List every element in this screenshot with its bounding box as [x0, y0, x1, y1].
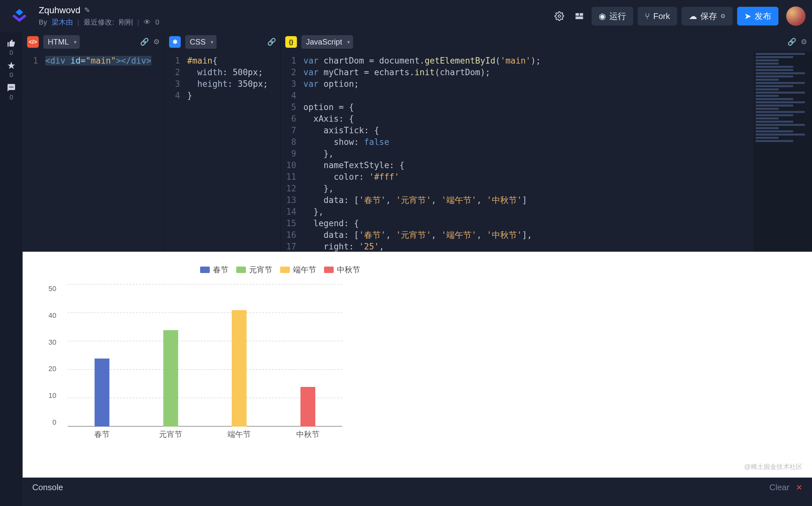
css-editor[interactable]: 1234 #main{ width: 500px; height: 350px;…	[165, 52, 280, 252]
layout-icon[interactable]	[572, 8, 587, 24]
bar-chart: 50403020100 春节元宵节端午节中秋节	[52, 284, 342, 439]
html-icon: </>	[27, 36, 39, 48]
bar[interactable]	[301, 387, 315, 427]
chevron-down-icon: ▾	[211, 39, 213, 45]
author-link[interactable]: 梁木由	[52, 17, 73, 27]
css-icon: ✱	[169, 36, 181, 48]
legend-swatch	[236, 266, 246, 273]
bar[interactable]	[163, 330, 178, 427]
star-button[interactable]: 0	[7, 61, 16, 79]
project-title: Zquhwovd	[39, 5, 80, 15]
comment-count: 0	[9, 94, 13, 101]
css-lang-select[interactable]: CSS ▾	[185, 35, 217, 49]
like-count: 0	[9, 49, 13, 57]
js-icon: {}	[285, 36, 297, 48]
close-icon[interactable]: ✕	[796, 483, 802, 492]
save-button[interactable]: ☁ 保存 ⚙	[681, 7, 733, 25]
fork-icon: ⑂	[645, 11, 650, 21]
last-modified-value: 刚刚	[119, 17, 133, 27]
svg-rect-3	[575, 16, 583, 19]
chart-legend[interactable]: 春节元宵节端午节中秋节	[200, 265, 802, 275]
gear-icon[interactable]: ⚙	[801, 38, 807, 46]
html-lang-select[interactable]: HTML ▾	[43, 35, 80, 49]
editor-panels: </> HTML ▾ 🔗 ⚙ 1 <div id="main"></div>	[22, 32, 812, 252]
chevron-down-icon: ▾	[347, 39, 350, 45]
svg-point-4	[9, 86, 10, 88]
legend-swatch	[324, 266, 334, 273]
html-panel: </> HTML ▾ 🔗 ⚙ 1 <div id="main"></div>	[22, 32, 165, 252]
console-clear-button[interactable]: Clear	[769, 483, 790, 493]
link-icon[interactable]: 🔗	[140, 38, 149, 46]
top-bar: Zquhwovd ✎ By 梁木由 | 最近修改: 刚刚 | 👁 0 ◉ 运行 …	[0, 0, 812, 32]
console-label: Console	[32, 483, 63, 493]
minimap[interactable]	[753, 52, 812, 252]
gear-icon[interactable]: ⚙	[153, 38, 160, 46]
publish-button[interactable]: ➤ 发布	[737, 7, 779, 25]
run-label: 运行	[609, 11, 626, 22]
cloud-icon: ☁	[689, 11, 697, 21]
svg-point-6	[12, 86, 13, 88]
send-icon: ➤	[744, 11, 751, 21]
console-bar[interactable]: Console Clear ✕	[22, 478, 812, 497]
legend-swatch	[200, 266, 210, 273]
legend-item[interactable]: 元宵节	[236, 265, 272, 275]
js-lang-select[interactable]: JavaScript ▾	[302, 35, 353, 49]
svg-rect-1	[575, 13, 579, 16]
link-icon[interactable]: 🔗	[267, 38, 276, 46]
css-panel: ✱ CSS ▾ 🔗 1234 #main{ width: 500px; heig…	[165, 32, 281, 252]
x-axis-label: 元宵节	[137, 429, 205, 439]
bar[interactable]	[232, 310, 247, 427]
x-axis-label: 端午节	[205, 429, 274, 439]
legend-item[interactable]: 中秋节	[324, 265, 360, 275]
svg-point-5	[11, 86, 12, 88]
views-count: 0	[155, 18, 159, 26]
title-block: Zquhwovd ✎ By 梁木由 | 最近修改: 刚刚 | 👁 0	[39, 5, 159, 27]
fork-label: Fork	[653, 11, 670, 21]
watermark: @稀土掘金技术社区	[744, 462, 802, 471]
js-panel: {} JavaScript ▾ 🔗 ⚙ 12345678910111213141…	[281, 32, 812, 252]
legend-item[interactable]: 春节	[200, 265, 229, 275]
comment-button[interactable]: 0	[7, 83, 16, 101]
js-editor[interactable]: 1234567891011121314151617 var chartDom =…	[281, 52, 812, 252]
html-lang-label: HTML	[48, 37, 69, 47]
css-lang-label: CSS	[190, 37, 206, 47]
play-icon: ◉	[599, 11, 606, 21]
settings-icon[interactable]	[552, 8, 567, 24]
by-label: By	[39, 18, 47, 26]
html-editor[interactable]: 1 <div id="main"></div>	[22, 52, 164, 252]
save-label: 保存	[700, 11, 717, 22]
legend-label: 春节	[213, 265, 229, 275]
publish-label: 发布	[754, 11, 772, 22]
legend-label: 中秋节	[337, 265, 360, 275]
avatar[interactable]	[786, 6, 806, 26]
legend-label: 元宵节	[249, 265, 272, 275]
svg-rect-2	[580, 13, 583, 16]
legend-label: 端午节	[293, 265, 316, 275]
legend-swatch	[280, 266, 290, 273]
like-button[interactable]: 0	[7, 39, 16, 57]
eye-icon: 👁	[144, 18, 151, 26]
legend-item[interactable]: 端午节	[280, 265, 316, 275]
chevron-down-icon: ▾	[74, 39, 77, 45]
top-actions: ◉ 运行 ⑂ Fork ☁ 保存 ⚙ ➤ 发布	[552, 6, 806, 26]
left-rail: 0 0 0	[0, 32, 22, 506]
edit-title-icon[interactable]: ✎	[84, 6, 90, 14]
fork-button[interactable]: ⑂ Fork	[638, 7, 677, 25]
save-settings-icon[interactable]: ⚙	[720, 13, 726, 20]
star-count: 0	[9, 71, 13, 79]
bar[interactable]	[95, 358, 109, 427]
js-lang-label: JavaScript	[306, 37, 342, 47]
preview-pane: 春节元宵节端午节中秋节 50403020100 春节元宵节端午节中秋节 @稀土掘…	[22, 252, 812, 478]
last-modified-label: 最近修改:	[84, 17, 114, 27]
svg-point-0	[558, 15, 561, 17]
x-axis-label: 中秋节	[274, 429, 342, 439]
x-axis-label: 春节	[68, 429, 137, 439]
logo[interactable]	[6, 6, 32, 26]
run-button[interactable]: ◉ 运行	[591, 7, 633, 25]
link-icon[interactable]: 🔗	[788, 38, 796, 46]
